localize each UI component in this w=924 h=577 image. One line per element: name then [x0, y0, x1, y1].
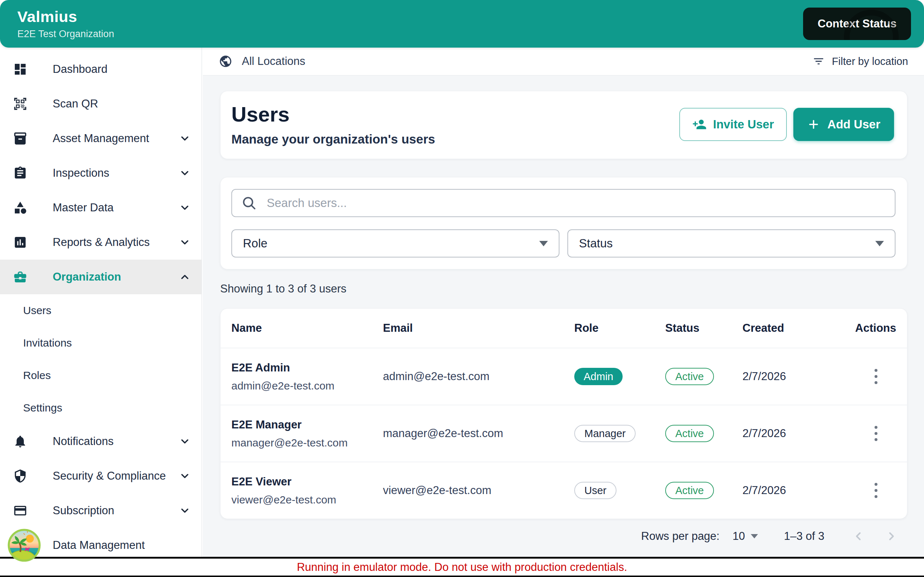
caret-down-icon	[751, 534, 758, 538]
role-select[interactable]: Role	[231, 229, 559, 258]
add-user-label: Add User	[827, 118, 880, 131]
rows-per-page-select[interactable]: 10	[732, 530, 758, 543]
role-badge: Admin	[574, 368, 623, 385]
user-name: E2E Manager	[231, 418, 383, 431]
location-bar: All Locations Filter by location	[203, 48, 924, 76]
status-select[interactable]: Status	[567, 229, 895, 258]
email-cell: viewer@e2e-test.com	[383, 484, 574, 497]
name-cell: E2E Admin admin@e2e-test.com	[231, 361, 383, 392]
clipboard-icon	[13, 166, 27, 180]
sidebar-subitem-invitations[interactable]: Invitations	[0, 327, 201, 359]
table-row: E2E Viewer viewer@e2e-test.com viewer@e2…	[221, 462, 907, 519]
main-content: All Locations Filter by location Users M…	[203, 48, 924, 557]
status-badge: Active	[665, 368, 714, 385]
pagination-range: 1–3 of 3	[784, 530, 824, 543]
role-select-label: Role	[243, 237, 267, 250]
sidebar-subitem-roles[interactable]: Roles	[0, 359, 201, 392]
created-cell: 2/7/2026	[743, 484, 830, 497]
users-actions: Invite User Add User	[679, 108, 894, 141]
chevron-down-icon	[179, 505, 191, 516]
user-name: E2E Viewer	[231, 475, 383, 488]
created-cell: 2/7/2026	[743, 427, 830, 440]
table-header-row: Name Email Role Status Created Actions	[221, 309, 907, 348]
sidebar-item-label: Dashboard	[53, 63, 108, 76]
caret-down-icon	[539, 241, 548, 246]
status-select-label: Status	[579, 237, 613, 250]
sidebar: Dashboard Scan QR Asset Management Inspe…	[0, 48, 202, 557]
invite-user-button[interactable]: Invite User	[679, 108, 787, 141]
search-users-input[interactable]	[231, 189, 895, 217]
row-actions-menu-icon[interactable]	[872, 480, 880, 501]
sidebar-item-label: Data Management	[53, 539, 145, 552]
emulator-banner-text: Running in emulator mode. Do not use wit…	[297, 561, 627, 574]
app-title: Valmius	[17, 8, 114, 26]
page-title: Users	[231, 102, 435, 126]
sidebar-item-master-data[interactable]: Master Data	[0, 190, 201, 225]
app-root: Valmius E2E Test Organization Context St…	[0, 0, 924, 577]
user-name-email: manager@e2e-test.com	[231, 437, 383, 449]
dashboard-icon	[13, 62, 27, 76]
rows-per-page-label: Rows per page:	[641, 530, 719, 543]
search-icon	[241, 195, 257, 211]
role-cell: Manager	[574, 425, 665, 442]
search-wrap	[231, 189, 895, 217]
column-header-actions: Actions	[830, 322, 896, 335]
sidebar-item-scan-qr[interactable]: Scan QR	[0, 87, 201, 121]
invite-user-label: Invite User	[713, 118, 774, 131]
sidebar-item-security-compliance[interactable]: Security & Compliance	[0, 459, 201, 493]
add-user-button[interactable]: Add User	[793, 108, 894, 141]
chevron-down-icon	[179, 167, 191, 179]
status-cell: Active	[665, 425, 743, 442]
sidebar-item-label: Scan QR	[53, 97, 98, 110]
qr-code-icon	[13, 97, 27, 111]
sidebar-item-label: Security & Compliance	[53, 469, 166, 482]
globe-icon	[219, 55, 233, 68]
sidebar-item-data-management[interactable]: Data Management	[0, 528, 201, 562]
status-badge: Active	[665, 482, 714, 499]
shield-icon	[13, 469, 27, 483]
location-selected-label: All Locations	[242, 55, 305, 68]
sidebar-subitem-users[interactable]: Users	[0, 294, 201, 327]
table-row: E2E Manager manager@e2e-test.com manager…	[221, 405, 907, 462]
context-status-button[interactable]: Context Status	[803, 8, 911, 40]
bar-chart-icon	[13, 235, 27, 250]
created-cell: 2/7/2026	[743, 370, 830, 383]
pagination: Rows per page: 10 1–3 of 3	[220, 529, 908, 543]
next-page-icon[interactable]	[885, 530, 898, 543]
sidebar-item-subscription[interactable]: Subscription	[0, 493, 201, 528]
sidebar-item-label: Organization	[53, 271, 121, 284]
sidebar-item-asset-management[interactable]: Asset Management	[0, 121, 201, 156]
actions-cell	[830, 423, 896, 444]
content-scroll: Users Manage your organization's users I…	[203, 76, 924, 543]
sidebar-subitem-label: Settings	[23, 402, 62, 414]
sidebar-item-notifications[interactable]: Notifications	[0, 424, 201, 459]
column-header-role: Role	[574, 322, 665, 335]
table-row: E2E Admin admin@e2e-test.com admin@e2e-t…	[221, 348, 907, 405]
previous-page-icon[interactable]	[852, 530, 865, 543]
rows-per-page-value: 10	[732, 530, 745, 543]
bell-icon	[13, 434, 27, 449]
user-name-email: admin@e2e-test.com	[231, 380, 383, 392]
row-actions-menu-icon[interactable]	[872, 366, 880, 387]
sidebar-item-dashboard[interactable]: Dashboard	[0, 52, 201, 87]
chevron-up-icon	[179, 271, 191, 283]
row-actions-menu-icon[interactable]	[872, 423, 880, 444]
filters-card: Role Status	[220, 177, 908, 269]
sidebar-item-inspections[interactable]: Inspections	[0, 156, 201, 190]
sidebar-item-organization[interactable]: Organization	[0, 259, 201, 294]
sidebar-subitem-label: Roles	[23, 369, 51, 382]
sidebar-subitem-label: Invitations	[23, 337, 72, 349]
sidebar-subitem-settings[interactable]: Settings	[0, 392, 201, 424]
user-name-email: viewer@e2e-test.com	[231, 494, 383, 506]
app-header: Valmius E2E Test Organization Context St…	[0, 0, 924, 48]
filter-by-location-label: Filter by location	[832, 56, 908, 68]
sidebar-item-label: Subscription	[53, 504, 115, 517]
filter-by-location-button[interactable]: Filter by location	[813, 55, 908, 68]
shapes-icon	[13, 200, 27, 215]
sidebar-item-reports-analytics[interactable]: Reports & Analytics	[0, 225, 201, 259]
filter-icon	[813, 55, 825, 68]
column-header-email: Email	[383, 322, 574, 335]
credit-card-icon	[13, 503, 27, 518]
sidebar-item-label: Asset Management	[53, 132, 149, 145]
location-selector[interactable]: All Locations	[219, 55, 305, 68]
